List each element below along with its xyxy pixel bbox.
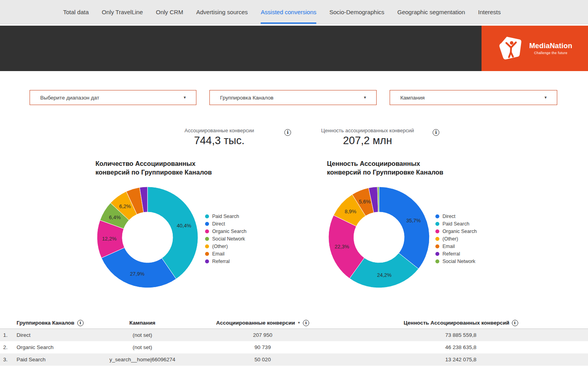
legend-item: Paid Search [435, 220, 477, 227]
legend-item: Organic Search [205, 227, 246, 235]
legend-dot-icon [435, 237, 439, 241]
row-index: 1. [0, 332, 14, 338]
sort-desc-icon[interactable]: ▼ [297, 321, 301, 325]
tab-only-crm[interactable]: Only CRM [156, 0, 183, 24]
legend-label: Social Network [442, 259, 475, 264]
row-index: 2. [0, 344, 14, 350]
cell-campaign: (not set) [93, 332, 192, 338]
cell-campaign: y_search__home|66096274 [93, 357, 192, 362]
legend-label: Direct [212, 221, 225, 227]
legend-item: Paid Search [205, 212, 246, 220]
table-row: 1. Direct (not set) 207 950 73 885 559,8 [0, 329, 588, 341]
legend-dot-icon [435, 259, 439, 263]
legend-item: (Other) [205, 242, 246, 250]
legend-dot-icon [205, 252, 209, 256]
dashboard: Total data Only TravelLine Only CRM Adve… [0, 0, 588, 370]
legend-label: (Other) [442, 236, 458, 242]
brand-name: MediaNation [529, 42, 572, 50]
slice-percent-label: 24,2% [377, 272, 392, 278]
header-banner: MediaNation Challenge the future [0, 26, 588, 71]
slice-percent-label: 12,2% [102, 236, 117, 242]
donut-slice-direct[interactable] [101, 248, 176, 288]
table-row: 3. Paid Search y_search__home|66096274 5… [0, 353, 588, 366]
row-index: 3. [0, 357, 14, 362]
column-header-assisted-conversions[interactable]: Ассоциированные конверсии [216, 320, 295, 326]
medianation-figure-icon [497, 35, 525, 62]
legend-label: Organic Search [212, 229, 246, 234]
slice-percent-label: 8,9% [345, 208, 357, 214]
table-row: 4. Social Network (not set) 47 045 907 5… [0, 366, 588, 370]
tab-geographic-segmentation[interactable]: Geographic segmentation [397, 0, 465, 24]
legend-item: Referral [205, 257, 246, 265]
tab-total-data[interactable]: Total data [63, 0, 89, 24]
chevron-down-icon: ▼ [363, 96, 367, 100]
legend-dot-icon [205, 244, 209, 248]
tab-advertising-sources[interactable]: Advertising sources [196, 0, 248, 24]
legend-dot-icon [205, 237, 209, 241]
legend-item: Email [205, 250, 246, 257]
table-row: 2. Organic Search (not set) 90 739 46 23… [0, 341, 588, 353]
channel-grouping-filter[interactable]: Группировка Каналов ▼ [209, 90, 377, 105]
legend-dot-icon [205, 229, 209, 233]
scorecard-label: Ценность ассоциированных конверсий [312, 128, 423, 133]
donut-slice-direct[interactable] [379, 187, 429, 269]
scorecard-conversion-value: Ценность ассоциированных конверсий 207,2… [312, 128, 423, 147]
date-range-filter[interactable]: Выберите диапазон дат ▼ [30, 90, 196, 105]
column-header-campaign[interactable]: Кампания [129, 320, 155, 326]
legend-item: Email [435, 242, 477, 250]
campaign-filter[interactable]: Кампания ▼ [390, 90, 557, 105]
legend-label: Email [442, 244, 455, 249]
legend-label: Paid Search [212, 214, 239, 219]
slice-percent-label: 6,4% [109, 214, 121, 220]
legend-item: Social Network [435, 257, 477, 265]
legend-label: Organic Search [442, 229, 477, 234]
legend-item: Organic Search [435, 227, 477, 235]
info-icon[interactable]: i [77, 320, 84, 326]
cell-conversions: 50 020 [192, 357, 334, 362]
tab-interests[interactable]: Interests [478, 0, 501, 24]
chart-title-conversions: Количество Ассоциированных конверсий по … [95, 159, 212, 177]
cell-value: 73 885 559,8 [334, 332, 588, 338]
legend-label: Direct [442, 214, 455, 219]
cell-campaign: (not set) [93, 344, 192, 350]
legend-label: Referral [442, 251, 460, 257]
legend-label: Paid Search [442, 221, 469, 227]
tab-only-travelline[interactable]: Only TravelLine [102, 0, 143, 24]
table-header-row: Группировка Каналов i Кампания Ассоцииро… [0, 317, 588, 329]
info-icon[interactable]: i [433, 129, 439, 136]
report-tab-bar: Total data Only TravelLine Only CRM Adve… [0, 0, 588, 24]
legend-label: Referral [212, 259, 230, 264]
legend-dot-icon [205, 222, 209, 226]
info-icon[interactable]: i [512, 320, 518, 326]
info-icon[interactable]: i [303, 320, 309, 326]
legend-dot-icon [205, 214, 209, 218]
legend-item: Direct [435, 212, 477, 220]
chevron-down-icon: ▼ [183, 96, 187, 100]
column-header-conversion-value[interactable]: Ценность Ассоциированных конверсий [404, 320, 510, 326]
legend-label: Social Network [212, 236, 245, 242]
donut-chart-value: 35,7%24,2%22,3%8,9%5,6% [328, 186, 430, 289]
brand-tagline: Challenge the future [529, 51, 572, 55]
legend-dot-icon [435, 229, 439, 233]
tab-socio-demographics[interactable]: Socio-Demographics [329, 0, 384, 24]
legend-dot-icon [435, 222, 439, 226]
cell-channel: Paid Search [14, 357, 93, 362]
date-range-filter-label: Выберите диапазон дат [40, 95, 99, 101]
slice-percent-label: 35,7% [406, 218, 421, 224]
cell-conversions: 207 950 [192, 332, 334, 338]
legend-dot-icon [205, 259, 209, 263]
info-icon[interactable]: i [284, 129, 291, 136]
column-header-channel-grouping[interactable]: Группировка Каналов [17, 320, 75, 326]
medianation-logo: MediaNation Challenge the future [482, 26, 588, 71]
chevron-down-icon: ▼ [544, 96, 547, 100]
legend-label: Email [212, 251, 224, 257]
scorecard-label: Ассоциированные конверсии [164, 128, 274, 133]
legend-item: (Other) [435, 235, 477, 242]
tab-assisted-conversions[interactable]: Assisted conversions [261, 0, 316, 24]
channel-grouping-filter-label: Группировка Каналов [220, 95, 274, 101]
legend-value: DirectPaid SearchOrganic Search(Other)Em… [435, 212, 477, 265]
legend-item: Direct [205, 220, 246, 227]
slice-percent-label: 6,2% [119, 203, 131, 209]
slice-percent-label: 22,3% [335, 244, 349, 250]
legend-label: (Other) [212, 244, 228, 249]
